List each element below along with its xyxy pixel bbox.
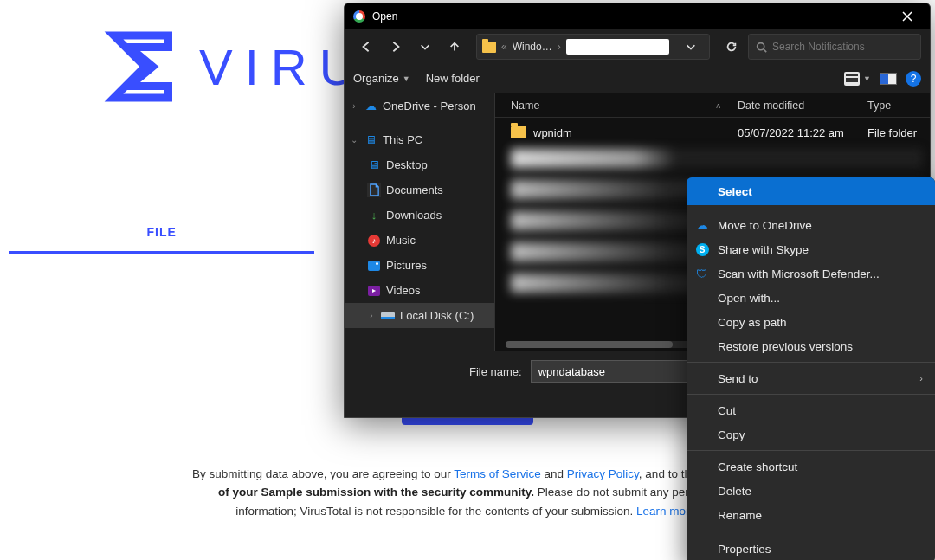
caret-down-icon: ▼ [863,74,871,83]
tree-documents[interactable]: Documents [345,177,494,203]
folder-icon [511,126,526,138]
shield-icon: 🛡 [695,267,709,280]
close-icon [902,11,912,22]
refresh-button[interactable] [719,34,745,60]
nav-back-button[interactable] [353,34,379,60]
chevron-down-icon [419,41,431,53]
help-button[interactable]: ? [906,71,921,87]
filename-label: File name: [469,365,522,378]
svg-point-0 [758,42,764,49]
col-type[interactable]: Type [867,100,930,112]
ctx-scan-defender[interactable]: 🛡Scan with Microsoft Defender... [687,261,935,286]
col-name[interactable]: Nameʌ [511,100,738,112]
separator [687,394,935,395]
dialog-nav-row: « Windo… › [345,29,930,64]
chevron-right-icon: › [367,311,376,320]
new-folder-button[interactable]: New folder [426,72,480,85]
ctx-share-skype[interactable]: SShare with Skype [687,237,935,261]
file-row-wpnidm[interactable]: wpnidm 05/07/2022 11:22 am File folder [495,118,930,147]
breadcrumb-sep: « [501,41,507,53]
ctx-properties[interactable]: Properties [687,535,935,560]
tree-this-pc[interactable]: ⌄🖥This PC [345,127,494,152]
search-box[interactable] [748,34,921,60]
svg-rect-2 [381,317,395,319]
tree-onedrive[interactable]: ›☁OneDrive - Person [345,93,494,119]
separator [687,362,935,363]
separator [687,531,935,531]
file-date: 05/07/2022 11:22 am [738,126,867,139]
disk-icon [381,309,395,323]
arrow-left-icon [360,41,372,53]
tree-local-disk[interactable]: ›Local Disk (C:) [345,303,494,328]
refresh-icon [725,41,738,53]
skype-icon: S [696,243,709,256]
nav-forward-button[interactable] [383,34,409,60]
document-icon [367,183,381,197]
ctx-create-shortcut[interactable]: Create shortcut [687,454,935,479]
videos-icon [368,286,380,296]
arrow-up-icon [448,41,461,53]
pc-icon: 🖥 [364,133,377,147]
desktop-icon: 🖥 [367,158,381,172]
dialog-toolbar: Organize▼ New folder ▼ ? [345,64,930,93]
ctx-send-to[interactable]: Send to› [687,366,935,390]
tree-downloads[interactable]: ↓Downloads [345,203,494,228]
vt-disclaimer: By submitting data above, you are agreei… [190,465,745,521]
chevron-right-icon: › [919,373,923,383]
caret-down-icon: ▼ [403,74,410,83]
sigma-logo-icon [102,28,180,106]
dialog-titlebar: Open [345,3,930,29]
file-name: wpnidm [533,126,738,139]
privacy-link[interactable]: Privacy Policy [567,467,639,480]
address-dropdown[interactable] [678,34,704,60]
tab-file[interactable]: FILE [9,211,314,254]
tree-pictures[interactable]: Pictures [345,253,494,278]
chevron-down-icon: ⌄ [350,135,358,145]
ctx-move-onedrive[interactable]: ☁Move to OneDrive [687,213,935,237]
folder-tree: ›☁OneDrive - Person ⌄🖥This PC 🖥Desktop D… [345,93,495,351]
dialog-title: Open [372,10,397,23]
file-type: File folder [867,126,917,139]
music-icon [368,235,380,247]
tree-videos[interactable]: Videos [345,278,494,303]
ctx-copy[interactable]: Copy [687,422,935,447]
breadcrumb-1[interactable]: Windo… [513,41,552,53]
cloud-icon: ☁ [364,100,377,113]
search-input[interactable] [772,41,913,53]
chrome-icon [353,10,365,23]
tree-music[interactable]: Music [345,228,494,253]
preview-pane-button[interactable] [880,73,897,85]
file-list-header: Nameʌ Date modified Type [495,93,930,118]
pictures-icon [368,261,380,271]
separator [687,209,935,209]
ctx-open-with[interactable]: Open with... [687,286,935,310]
breadcrumb-2[interactable] [566,39,669,55]
chevron-down-icon [685,41,697,53]
nav-up-button[interactable] [442,34,468,60]
cloud-icon: ☁ [695,218,709,232]
chevron-right-icon: › [350,101,358,111]
col-date[interactable]: Date modified [738,100,867,112]
ctx-select[interactable]: Select [687,177,935,205]
ctx-rename[interactable]: Rename [687,503,935,527]
folder-icon [482,42,496,53]
separator [687,450,935,451]
list-view-icon [844,72,860,86]
search-icon [756,42,767,53]
tos-link[interactable]: Terms of Service [454,467,541,480]
ctx-copy-path[interactable]: Copy as path [687,310,935,334]
ctx-restore[interactable]: Restore previous versions [687,334,935,358]
view-mode-button[interactable]: ▼ [844,72,871,86]
organize-menu[interactable]: Organize▼ [353,72,410,85]
ctx-cut[interactable]: Cut [687,398,935,422]
arrow-right-icon [390,41,402,53]
context-menu: Select ☁Move to OneDrive SShare with Sky… [687,177,935,560]
ctx-delete[interactable]: Delete [687,479,935,503]
address-bar[interactable]: « Windo… › [476,34,710,60]
nav-recent-button[interactable] [412,34,438,60]
tree-desktop[interactable]: 🖥Desktop [345,152,494,177]
dialog-close-button[interactable] [890,3,925,29]
sort-asc-icon: ʌ [716,101,720,110]
download-icon: ↓ [367,209,381,222]
